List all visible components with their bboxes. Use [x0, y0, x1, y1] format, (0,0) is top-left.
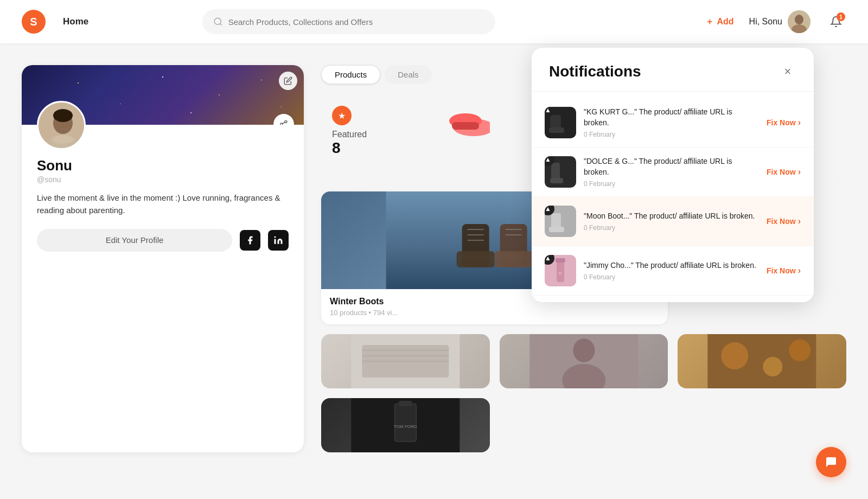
svg-rect-24 — [457, 251, 495, 267]
featured-star-icon: ★ — [332, 106, 352, 125]
product-card-person[interactable] — [500, 334, 668, 388]
fix-now-button-2[interactable]: Fix Now › — [767, 167, 801, 177]
svg-point-0 — [214, 18, 221, 24]
edit-profile-button[interactable]: Edit Your Profile — [37, 229, 232, 252]
profile-info: Sonu @sonu Live the moment & live in the… — [22, 150, 304, 217]
svg-rect-26 — [495, 251, 533, 267]
svg-point-43 — [789, 340, 811, 361]
chevron-right-icon-3: › — [798, 216, 801, 226]
chevron-right-icon-2: › — [798, 167, 801, 177]
edit-banner-button[interactable] — [279, 72, 297, 90]
notification-item: ▲ "KG KURT G..." The product/ affiliate … — [532, 98, 814, 148]
pencil-icon — [284, 76, 292, 85]
notifications-title: Notifications — [549, 63, 641, 80]
notification-text-1: "KG KURT G..." The product/ affiliate UR… — [584, 107, 759, 138]
profile-actions: Edit Your Profile — [22, 229, 304, 252]
fix-now-button-4[interactable]: Fix Now › — [767, 266, 801, 276]
profile-card: Sonu @sonu Live the moment & live in the… — [22, 65, 304, 452]
svg-rect-50 — [549, 127, 564, 133]
winter-boots-meta: 10 products • 794 vi... — [330, 309, 659, 317]
notification-thumb-4: ▲ JC — [545, 255, 576, 286]
svg-rect-53 — [550, 178, 563, 183]
svg-line-1 — [220, 23, 221, 25]
facebook-button[interactable] — [240, 230, 260, 251]
notification-badge: 1 — [837, 12, 845, 21]
profile-handle: @sonu — [37, 175, 289, 184]
svg-point-14 — [52, 135, 74, 144]
svg-point-42 — [763, 357, 783, 376]
user-greeting: Hi, Sonu — [749, 10, 810, 33]
fix-now-button-1[interactable]: Fix Now › — [767, 118, 801, 127]
svg-point-41 — [722, 342, 749, 369]
featured-card: ★ Featured 8 — [321, 95, 490, 182]
search-icon — [213, 17, 223, 27]
notification-text-3: "Moon Boot..." The product/ affiliate UR… — [584, 211, 759, 232]
search-input[interactable] — [228, 17, 484, 27]
profile-avatar — [37, 101, 86, 150]
svg-point-38 — [573, 338, 595, 362]
header-right: ＋ Add Hi, Sonu 1 — [705, 10, 846, 33]
notification-text-2: "DOLCE & G..." The product/ affiliate UR… — [584, 156, 759, 187]
svg-point-16 — [275, 236, 276, 238]
product-card-perfume[interactable]: TOM FORD — [321, 398, 490, 452]
svg-text:TOM FORD: TOM FORD — [394, 424, 417, 429]
chat-icon — [825, 456, 838, 469]
notification-button[interactable]: 1 — [826, 11, 846, 32]
svg-rect-46 — [399, 401, 412, 406]
svg-rect-59 — [556, 258, 565, 263]
avatar — [788, 10, 810, 33]
notifications-panel: Notifications × ▲ "KG KURT G..." The pro… — [532, 48, 814, 302]
fab-chat-button[interactable] — [816, 447, 846, 477]
notification-thumb-3: ▲ — [545, 206, 576, 237]
svg-rect-58 — [557, 259, 564, 282]
home-nav[interactable]: Home — [63, 16, 88, 27]
search-bar[interactable] — [202, 9, 495, 34]
chevron-right-icon: › — [798, 118, 801, 127]
notification-item-2: ▲ "DOLCE & G..." The product/ affiliate … — [532, 148, 814, 197]
logo-icon: S — [22, 10, 46, 34]
notification-item-3: ▲ "Moon Boot..." The product/ affiliate … — [532, 197, 814, 246]
svg-rect-45 — [394, 404, 416, 442]
notifications-close-button[interactable]: × — [779, 63, 796, 80]
profile-bio: Live the moment & live in the moment :) … — [37, 191, 289, 217]
fix-now-button-3[interactable]: Fix Now › — [767, 216, 801, 226]
product-card-bokeh[interactable] — [678, 334, 846, 388]
profile-name: Sonu — [37, 157, 289, 174]
header: S Home ＋ Add Hi, Sonu — [0, 0, 868, 43]
add-button[interactable]: ＋ Add — [705, 16, 734, 28]
notification-thumb-2: ▲ — [545, 156, 576, 188]
facebook-icon — [245, 235, 255, 245]
notification-item-4: ▲ JC "Jimmy Cho..." The product/ affilia… — [532, 246, 814, 296]
svg-rect-19 — [452, 122, 479, 130]
svg-rect-15 — [275, 239, 276, 244]
chevron-right-icon-4: › — [798, 266, 801, 276]
product-card-sweater[interactable] — [321, 334, 490, 388]
svg-rect-56 — [549, 227, 564, 232]
notifications-list: ▲ "KG KURT G..." The product/ affiliate … — [532, 92, 814, 302]
tab-products[interactable]: Products — [321, 65, 380, 84]
linkedin-button[interactable] — [268, 230, 289, 251]
notifications-header: Notifications × — [532, 48, 814, 92]
svg-point-3 — [795, 15, 803, 24]
svg-point-12 — [53, 109, 73, 122]
tab-deals[interactable]: Deals — [385, 65, 431, 84]
linkedin-icon — [273, 235, 283, 245]
notification-text-4: "Jimmy Cho..." The product/ affiliate UR… — [584, 260, 759, 281]
notification-thumb-1: ▲ — [545, 107, 576, 138]
svg-text:JC: JC — [558, 272, 563, 275]
